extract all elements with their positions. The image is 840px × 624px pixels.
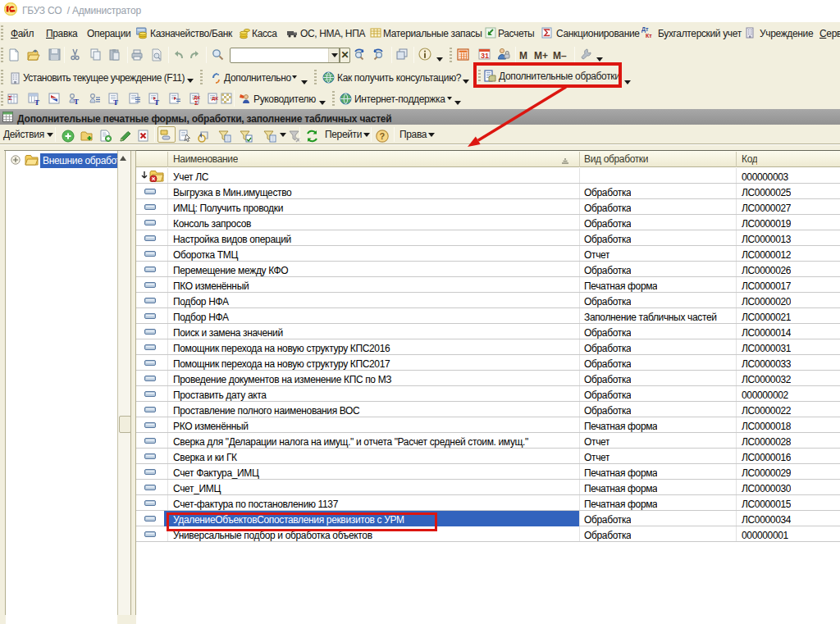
svg-text:31: 31 — [481, 52, 489, 60]
svg-text:?: ? — [380, 131, 386, 141]
svg-text:Кт: Кт — [646, 33, 652, 39]
svg-text:ДК: ДК — [212, 96, 218, 101]
svg-text:T: T — [113, 98, 118, 105]
svg-text:Σ: Σ — [8, 94, 12, 102]
svg-text:T: T — [74, 98, 79, 105]
svg-text:Дт: Дт — [641, 26, 649, 33]
svg-text:Σ: Σ — [194, 99, 199, 105]
svg-text:T: T — [34, 98, 39, 105]
svg-text:T: T — [154, 98, 159, 105]
